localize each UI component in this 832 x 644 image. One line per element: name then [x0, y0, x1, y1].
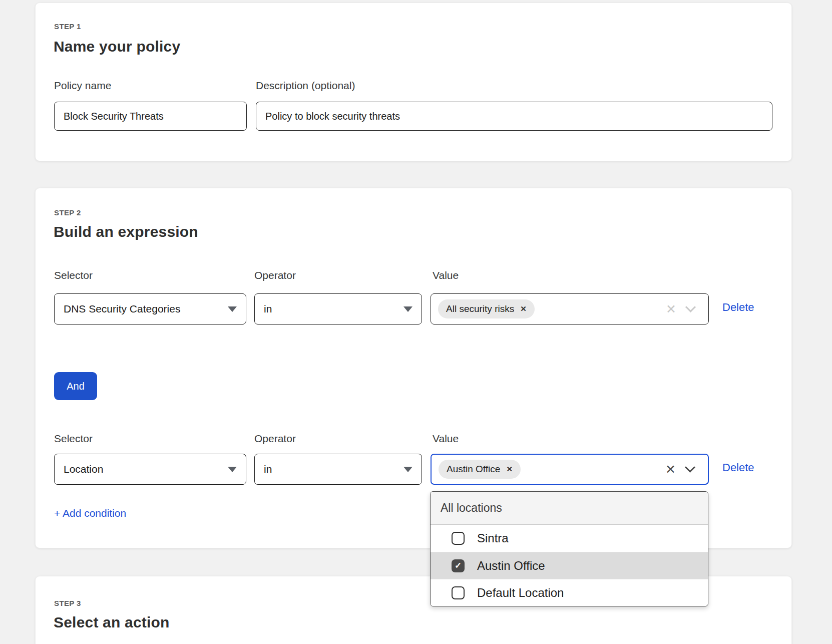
option-label: Austin Office [477, 559, 545, 573]
operator-select-value: in [264, 303, 272, 315]
caret-down-icon [403, 467, 412, 472]
tag-remove-icon[interactable]: ✕ [520, 304, 527, 313]
delete-link[interactable]: Delete [722, 461, 754, 474]
value-tag: All security risks ✕ [438, 299, 535, 318]
operator-select-value: in [264, 463, 272, 475]
description-label: Description (optional) [256, 80, 355, 92]
dropdown-option-sintra[interactable]: Sintra [431, 525, 708, 552]
operator-column-label: Operator [254, 433, 296, 445]
value-multiselect[interactable]: Austin Office ✕ ✕ [431, 454, 709, 485]
option-label: Sintra [477, 531, 509, 545]
caret-down-icon [228, 306, 237, 312]
checkbox-icon[interactable] [452, 586, 465, 599]
step3-step-label: STEP 3 [54, 599, 81, 607]
step1-title: Name your policy [54, 38, 180, 55]
description-input[interactable] [256, 102, 772, 131]
operator-select[interactable]: in [254, 293, 422, 325]
value-multiselect[interactable]: All security risks ✕ ✕ [431, 293, 709, 325]
step2-step-label: STEP 2 [54, 208, 81, 217]
step1-card: STEP 1 Name your policy Policy name Desc… [35, 3, 792, 161]
operator-select[interactable]: in [254, 454, 422, 485]
clear-icon[interactable]: ✕ [666, 303, 676, 315]
value-column-label: Value [433, 269, 459, 281]
dropdown-header: All locations [431, 492, 708, 525]
option-label: Default Location [477, 586, 564, 600]
location-dropdown: All locations Sintra ✓ Austin Office Def… [430, 491, 708, 606]
value-column-label: Value [433, 433, 459, 445]
dropdown-option-austin-office[interactable]: ✓ Austin Office [431, 552, 708, 579]
step1-step-label: STEP 1 [54, 22, 81, 31]
selector-select-value: Location [64, 463, 103, 475]
dropdown-option-default-location[interactable]: Default Location [431, 579, 708, 606]
selector-select-value: DNS Security Categories [64, 303, 180, 315]
policy-name-label: Policy name [54, 80, 111, 92]
value-tag-label: Austin Office [447, 464, 500, 475]
and-button[interactable]: And [54, 372, 97, 400]
checkbox-checked-icon[interactable]: ✓ [452, 559, 465, 572]
checkbox-icon[interactable] [452, 532, 465, 545]
policy-name-input[interactable] [54, 102, 247, 131]
value-tag: Austin Office ✕ [439, 460, 521, 479]
caret-down-icon [403, 306, 412, 312]
operator-column-label: Operator [254, 269, 296, 281]
selector-select[interactable]: Location [54, 454, 246, 485]
add-condition-link[interactable]: + Add condition [54, 507, 126, 519]
selector-select[interactable]: DNS Security Categories [54, 293, 246, 325]
caret-down-icon [228, 467, 237, 472]
step2-title: Build an expression [54, 223, 198, 240]
selector-column-label: Selector [54, 433, 93, 445]
clear-icon[interactable]: ✕ [665, 463, 676, 476]
value-tag-label: All security risks [446, 303, 514, 314]
step3-title: Select an action [54, 614, 170, 631]
policy-builder-page: STEP 1 Name your policy Policy name Desc… [0, 0, 832, 644]
delete-link[interactable]: Delete [722, 301, 754, 314]
chevron-down-icon[interactable] [685, 301, 696, 312]
chevron-down-icon[interactable] [685, 462, 695, 472]
tag-remove-icon[interactable]: ✕ [506, 465, 513, 474]
selector-column-label: Selector [54, 269, 93, 281]
